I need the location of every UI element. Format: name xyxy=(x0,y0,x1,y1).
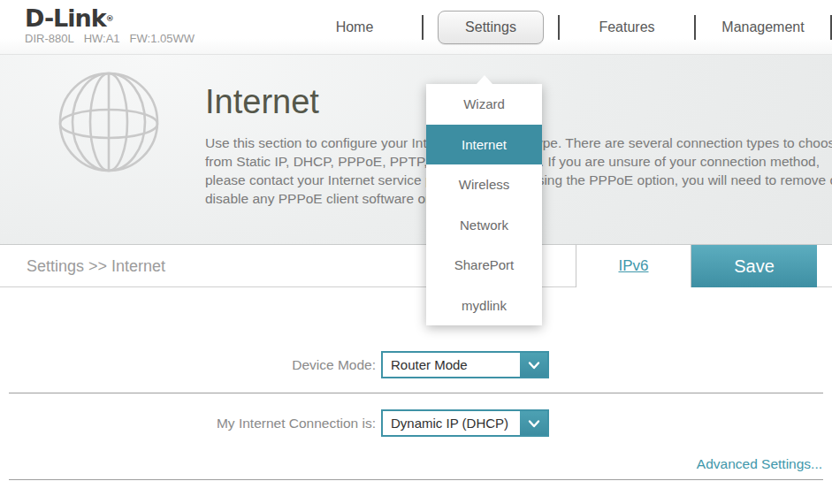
divider xyxy=(9,479,823,480)
firmware-version: FW:1.05WW xyxy=(130,32,195,45)
top-header: D-Link® DIR-880LHW:A1FW:1.05WW Home Sett… xyxy=(0,0,832,55)
device-mode-label: Device Mode: xyxy=(0,357,376,373)
brand-block: D-Link® DIR-880LHW:A1FW:1.05WW xyxy=(25,6,204,45)
dlink-logo: D-Link® xyxy=(25,6,204,31)
logo-text: D-Link xyxy=(25,4,106,32)
menu-item-wireless[interactable]: Wireless xyxy=(426,164,542,205)
internet-connection-value: Dynamic IP (DHCP) xyxy=(391,411,508,435)
nav-slot-settings: Settings xyxy=(424,0,558,55)
save-button[interactable]: Save xyxy=(691,245,817,287)
menu-item-mydlink[interactable]: mydlink xyxy=(426,286,542,326)
breadcrumb: Settings >> Internet xyxy=(27,245,165,287)
nav-slot-features: Features xyxy=(560,0,694,55)
hardware-version: HW:A1 xyxy=(84,32,120,45)
page-title: Internet xyxy=(205,83,319,121)
menu-arrow-icon xyxy=(477,75,492,84)
ipv6-button-label: IPv6 xyxy=(618,257,648,275)
globe-icon xyxy=(57,69,161,175)
menu-item-network[interactable]: Network xyxy=(426,205,542,246)
page: D-Link® DIR-880LHW:A1FW:1.05WW Home Sett… xyxy=(0,0,832,504)
nav-item-management[interactable]: Management xyxy=(721,19,804,35)
ipv6-button[interactable]: IPv6 xyxy=(576,245,691,287)
advanced-settings-link[interactable]: Advanced Settings... xyxy=(697,456,822,472)
nav-item-home[interactable]: Home xyxy=(336,19,374,35)
main-navigation: Home Settings Features Management xyxy=(287,0,832,55)
internet-connection-select[interactable]: Dynamic IP (DHCP) xyxy=(381,409,549,437)
internet-connection-label: My Internet Connection is: xyxy=(0,416,376,431)
nav-item-settings[interactable]: Settings xyxy=(438,11,544,44)
device-model-line: DIR-880LHW:A1FW:1.05WW xyxy=(25,32,204,45)
model-number: DIR-880L xyxy=(25,32,74,45)
nav-item-features[interactable]: Features xyxy=(599,19,654,35)
save-button-label: Save xyxy=(734,256,775,277)
registered-mark: ® xyxy=(106,14,113,23)
internet-banner: Internet Use this section to configure y… xyxy=(0,55,832,245)
nav-slot-management: Management xyxy=(696,0,830,55)
device-mode-value: Router Mode xyxy=(391,353,468,377)
section-toolbar: Settings >> Internet IPv6 Save xyxy=(0,245,832,287)
menu-item-wizard[interactable]: Wizard xyxy=(426,84,542,125)
menu-item-shareport[interactable]: SharePort xyxy=(426,245,542,286)
menu-item-internet[interactable]: Internet xyxy=(426,125,542,165)
chevron-down-icon xyxy=(520,353,547,377)
chevron-down-icon xyxy=(520,411,547,435)
nav-slot-home: Home xyxy=(287,0,422,55)
settings-dropdown-menu: Wizard Internet Wireless Network SharePo… xyxy=(426,84,542,325)
device-mode-select[interactable]: Router Mode xyxy=(381,351,549,378)
divider xyxy=(9,393,823,393)
